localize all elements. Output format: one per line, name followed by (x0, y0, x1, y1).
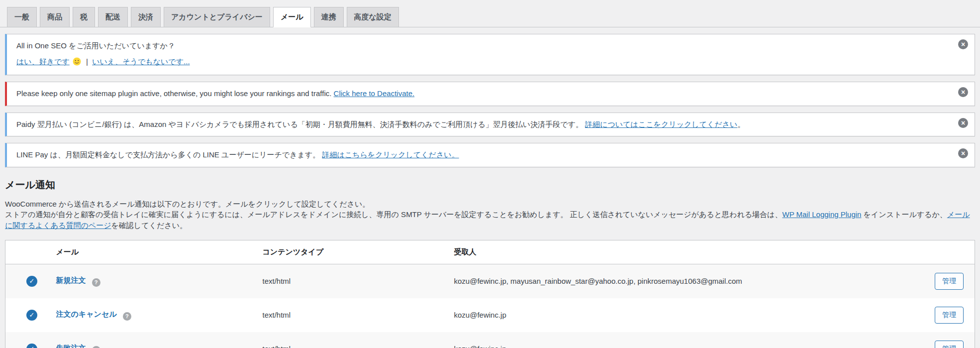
tab-tax[interactable]: 税 (73, 7, 95, 27)
close-icon: × (961, 89, 965, 96)
help-icon[interactable]: ? (92, 346, 100, 348)
content-type-column-header: コンテンツタイプ (257, 240, 448, 264)
notice-aioseo-text: All in One SEO をご活用いただいていますか？ (16, 40, 949, 52)
page-title: メール通知 (5, 178, 975, 192)
status-column-header (5, 240, 50, 264)
actions-column-header (891, 240, 975, 264)
settings-tab-bar: 一般 商品 税 配送 決済 アカウントとプライバシー メール 連携 高度な設定 (0, 0, 980, 27)
tab-integration[interactable]: 連携 (314, 7, 344, 27)
paidy-details-link[interactable]: 詳細についてはここをクリックしてください (585, 120, 737, 128)
notice-linepay-message: LINE Pay は、月額固定料金なしで支払方法から多くの LINE ユーザーに… (16, 150, 320, 159)
description-line1: WooCommerce から送信されるメール通知は以下のとおりです。メールをクリ… (5, 200, 370, 208)
manage-button[interactable]: 管理 (935, 273, 964, 290)
recipients-value: kozu@fewinc.jp (448, 298, 891, 332)
content-type-value: text/html (257, 264, 448, 298)
notice-linepay: LINE Pay は、月額固定料金なしで支払方法から多くの LINE ユーザーに… (5, 143, 975, 167)
tab-email[interactable]: メール (273, 7, 311, 27)
deactivate-link[interactable]: Click here to Deactivate. (334, 89, 415, 98)
email-notifications-table: メール コンテンツタイプ 受取人 ✓ 新規注文 ? text/html kozu… (5, 240, 975, 348)
help-icon[interactable]: ? (123, 312, 131, 321)
description-line2-part3: を確認してください。 (111, 221, 187, 230)
tab-advanced[interactable]: 高度な設定 (347, 7, 399, 27)
tab-shipping[interactable]: 配送 (98, 7, 128, 27)
dismiss-notice-button[interactable]: × (958, 118, 968, 128)
manage-button[interactable]: 管理 (935, 307, 964, 324)
enabled-check-icon: ✓ (26, 344, 37, 348)
section-description: WooCommerce から送信されるメール通知は以下のとおりです。メールをクリ… (5, 199, 975, 231)
linepay-details-link[interactable]: 詳細はこちらをクリックしてください。 (322, 150, 459, 159)
tab-accounts-privacy[interactable]: アカウントとプライバシー (164, 7, 270, 27)
content-type-value: text/html (257, 298, 448, 332)
description-line2-part2: をインストールするか、 (861, 210, 947, 219)
email-settings-section: メール通知 WooCommerce から送信されるメール通知は以下のとおりです。… (5, 178, 975, 348)
notice-sitemap-text: Please keep only one sitemap plugin acti… (16, 88, 949, 100)
notices-area: All in One SEO をご活用いただいていますか？ はい、好きです | … (5, 34, 975, 167)
tab-payments[interactable]: 決済 (131, 7, 161, 27)
enabled-check-icon: ✓ (26, 310, 37, 321)
notice-paidy: Paidy 翌月払い (コンビニ/銀行) は、Amazon やヨドバシカメラでも… (5, 113, 975, 137)
aioseo-like-link[interactable]: はい、好きです (16, 57, 70, 66)
email-failed-order-link[interactable]: 失敗注文 (56, 344, 86, 348)
aioseo-dislike-link[interactable]: いいえ、そうでもないです... (92, 57, 190, 66)
email-cancelled-order-link[interactable]: 注文のキャンセル (56, 310, 117, 318)
wp-mail-logging-plugin-link[interactable]: WP Mail Logging Plugin (782, 210, 861, 219)
recipients-column-header: 受取人 (448, 240, 891, 264)
close-icon: × (961, 150, 965, 157)
dismiss-notice-button[interactable]: × (958, 148, 968, 158)
dismiss-notice-button[interactable]: × (958, 39, 968, 49)
notice-sitemap-message: Please keep only one sitemap plugin acti… (16, 89, 331, 98)
recipients-value: kozu@fewinc.jp (448, 332, 891, 348)
notice-aioseo: All in One SEO をご活用いただいていますか？ はい、好きです | … (5, 34, 975, 75)
recipients-value: kozu@fewinc.jp, mayusan_rainbow_star@yah… (448, 264, 891, 298)
manage-button[interactable]: 管理 (935, 341, 964, 348)
smiley-icon (73, 57, 81, 69)
close-icon: × (961, 119, 965, 126)
table-row-cancelled-order: ✓ 注文のキャンセル ? text/html kozu@fewinc.jp 管理 (5, 298, 975, 332)
table-row-failed-order: ✓ 失敗注文 ? text/html kozu@fewinc.jp 管理 (5, 332, 975, 348)
email-column-header: メール (50, 240, 257, 264)
help-icon[interactable]: ? (92, 278, 100, 287)
dismiss-notice-button[interactable]: × (958, 87, 968, 97)
links-separator: | (86, 57, 88, 66)
content-type-value: text/html (257, 332, 448, 348)
description-line2-part1: ストアの通知が自分と顧客の受信トレイに確実に届くようにするには、メールアドレスを… (5, 210, 782, 219)
notice-sitemap: Please keep only one sitemap plugin acti… (5, 82, 975, 106)
table-row-new-order: ✓ 新規注文 ? text/html kozu@fewinc.jp, mayus… (5, 264, 975, 298)
notice-paidy-suffix: 。 (737, 120, 745, 128)
table-header-row: メール コンテンツタイプ 受取人 (5, 240, 975, 264)
tab-general[interactable]: 一般 (7, 7, 37, 27)
tab-products[interactable]: 商品 (40, 7, 70, 27)
enabled-check-icon: ✓ (26, 276, 37, 287)
notice-paidy-text: Paidy 翌月払い (コンビニ/銀行) は、Amazon やヨドバシカメラでも… (16, 119, 949, 130)
close-icon: × (961, 41, 965, 48)
notice-aioseo-links: はい、好きです | いいえ、そうでもないです... (16, 56, 949, 69)
notice-paidy-message: Paidy 翌月払い (コンビニ/銀行) は、Amazon やヨドバシカメラでも… (16, 120, 583, 128)
email-new-order-link[interactable]: 新規注文 (56, 276, 86, 284)
notice-linepay-text: LINE Pay は、月額固定料金なしで支払方法から多くの LINE ユーザーに… (16, 149, 949, 161)
